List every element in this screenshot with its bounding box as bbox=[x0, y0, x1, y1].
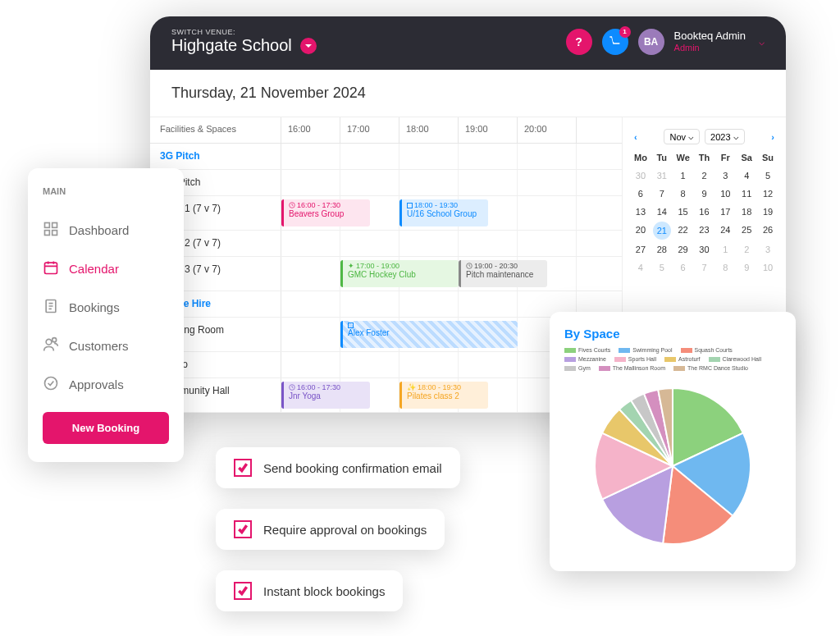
calendar-day[interactable]: 15 bbox=[673, 204, 693, 220]
calendar-day[interactable]: 25 bbox=[737, 222, 756, 240]
calendar-day[interactable]: 7 bbox=[652, 185, 672, 202]
calendar-day[interactable]: 2 bbox=[737, 241, 756, 258]
calendar-day[interactable]: 8 bbox=[673, 185, 693, 202]
booking-block[interactable]: 19:00 - 20:30Pitch maintenance bbox=[459, 260, 547, 287]
calendar-day[interactable]: 4 bbox=[737, 167, 756, 184]
calendar-day[interactable]: 16 bbox=[695, 204, 714, 220]
legend-item: The Mallinson Room bbox=[599, 365, 665, 371]
calendar-day[interactable]: 9 bbox=[737, 259, 756, 276]
new-booking-button[interactable]: New Booking bbox=[43, 412, 169, 444]
venue-switcher[interactable]: SWITCH VENUE: Highgate School bbox=[171, 28, 317, 55]
chevron-down-icon[interactable] bbox=[300, 38, 317, 54]
legend-item: Clarewood Hall bbox=[709, 356, 761, 362]
pill-label: Instant block bookings bbox=[263, 584, 385, 598]
svg-rect-7 bbox=[45, 263, 57, 273]
calendar-day[interactable]: 7 bbox=[695, 259, 714, 276]
calendar-day[interactable]: 12 bbox=[758, 185, 778, 202]
weekday-header: Th bbox=[695, 149, 714, 166]
calendar-day[interactable]: 19 bbox=[758, 204, 778, 220]
setting-pill: Instant block bookings bbox=[216, 570, 403, 611]
calendar-day[interactable]: 22 bbox=[673, 222, 693, 240]
sidebar-item-approvals[interactable]: Approvals bbox=[43, 365, 169, 404]
legend-item: Gym bbox=[564, 365, 591, 371]
help-button[interactable]: ? bbox=[566, 29, 592, 55]
calendar-day[interactable]: 6 bbox=[631, 185, 651, 202]
next-month-button[interactable]: › bbox=[768, 132, 778, 142]
weekday-header: Mo bbox=[631, 149, 651, 166]
calendar-day[interactable]: 23 bbox=[695, 222, 714, 240]
calendar-day[interactable]: 6 bbox=[673, 259, 693, 276]
chart-title: By Space bbox=[564, 327, 781, 341]
time-column-header: 17:00 bbox=[340, 117, 399, 143]
calendar-day[interactable]: 13 bbox=[631, 204, 651, 220]
calendar-day[interactable]: 3 bbox=[715, 167, 735, 184]
sidebar-item-customers[interactable]: Customers bbox=[43, 327, 169, 365]
sidebar-section-label: MAIN bbox=[43, 186, 169, 196]
chart-legend: Fives CourtsSwimming PoolSquash CourtsMe… bbox=[564, 347, 781, 371]
time-column-header: 16:00 bbox=[281, 117, 340, 143]
facilities-column-header: Facilities & Spaces bbox=[150, 117, 281, 143]
calendar-day[interactable]: 29 bbox=[673, 241, 693, 258]
svg-point-10 bbox=[45, 377, 57, 390]
checkbox-checked-icon[interactable] bbox=[234, 520, 252, 538]
sidebar-item-label: Calendar bbox=[69, 262, 119, 276]
calendar-day[interactable]: 20 bbox=[631, 222, 651, 240]
booking-block[interactable]: ✨18:00 - 19:30Pilates class 2 bbox=[399, 382, 488, 409]
calendar-day[interactable]: 28 bbox=[652, 241, 672, 258]
calendar-day[interactable]: 30 bbox=[631, 167, 651, 184]
sidebar-item-dashboard[interactable]: Dashboard bbox=[43, 211, 169, 249]
calendar-day[interactable]: 11 bbox=[737, 185, 756, 202]
svg-rect-4 bbox=[52, 223, 57, 228]
prev-month-button[interactable]: ‹ bbox=[631, 132, 641, 142]
user-name: Bookteq Admin bbox=[674, 30, 746, 43]
booking-block[interactable]: Alex Foster bbox=[340, 321, 518, 348]
calendar-day[interactable]: 30 bbox=[695, 241, 714, 258]
calendar-day[interactable]: 10 bbox=[758, 259, 778, 276]
calendar-day[interactable]: 26 bbox=[758, 222, 778, 240]
calendar-day[interactable]: 4 bbox=[631, 259, 651, 276]
sidebar-item-calendar[interactable]: Calendar bbox=[43, 249, 169, 288]
booking-block[interactable]: 18:00 - 19:30U/16 School Group bbox=[399, 199, 488, 226]
user-menu[interactable]: Bookteq Admin Admin bbox=[674, 30, 746, 53]
svg-rect-6 bbox=[52, 231, 57, 236]
venue-name: Highgate School bbox=[171, 36, 292, 55]
sidebar-item-label: Bookings bbox=[69, 300, 120, 314]
schedule-row: Full Pitch bbox=[150, 170, 622, 196]
booking-block[interactable]: 16:00 - 17:30Beavers Group bbox=[281, 199, 370, 226]
calendar-day[interactable]: 27 bbox=[631, 241, 651, 258]
year-select[interactable]: 2023⌵ bbox=[705, 129, 744, 144]
calendar-day[interactable]: 17 bbox=[715, 204, 735, 220]
calendar-icon bbox=[43, 259, 59, 278]
calendar-day[interactable]: 5 bbox=[652, 259, 672, 276]
booking-block[interactable]: 16:00 - 17:30Jnr Yoga bbox=[281, 382, 370, 409]
calendar-day[interactable]: 1 bbox=[715, 241, 735, 258]
calendar-day[interactable]: 2 bbox=[695, 167, 714, 184]
calendar-day[interactable]: 3 bbox=[758, 241, 778, 258]
setting-pill: Require approval on bookings bbox=[216, 509, 445, 550]
customers-icon bbox=[43, 336, 59, 355]
legend-item: Swimming Pool bbox=[619, 347, 672, 353]
weekday-header: We bbox=[673, 149, 693, 166]
calendar-day[interactable]: 10 bbox=[715, 185, 735, 202]
sidebar-item-bookings[interactable]: Bookings bbox=[43, 288, 169, 327]
calendar-day[interactable]: 14 bbox=[652, 204, 672, 220]
booking-block[interactable]: ✦17:00 - 19:00GMC Hockey Club bbox=[340, 260, 459, 287]
schedule-row: Pitch 3 (7 v 7)✦17:00 - 19:00GMC Hockey … bbox=[150, 257, 622, 291]
calendar-day[interactable]: 8 bbox=[715, 259, 735, 276]
user-role: Admin bbox=[674, 43, 746, 53]
calendar-day[interactable]: 31 bbox=[652, 167, 672, 184]
schedule-row: Pitch 1 (7 v 7)16:00 - 17:30Beavers Grou… bbox=[150, 196, 622, 231]
cart-button[interactable]: 1 bbox=[602, 29, 628, 55]
chevron-down-icon[interactable]: ⌵ bbox=[759, 36, 765, 48]
calendar-day[interactable]: 18 bbox=[737, 204, 756, 220]
checkbox-checked-icon[interactable] bbox=[234, 459, 252, 477]
month-select[interactable]: Nov⌵ bbox=[664, 129, 700, 144]
avatar[interactable]: BA bbox=[638, 29, 664, 55]
checkbox-checked-icon[interactable] bbox=[234, 582, 252, 600]
calendar-day[interactable]: 5 bbox=[758, 167, 778, 184]
calendar-day[interactable]: 1 bbox=[673, 167, 693, 184]
calendar-day[interactable]: 24 bbox=[715, 222, 735, 240]
dashboard-icon bbox=[43, 221, 59, 240]
calendar-day[interactable]: 21 bbox=[653, 222, 671, 240]
calendar-day[interactable]: 9 bbox=[695, 185, 714, 202]
